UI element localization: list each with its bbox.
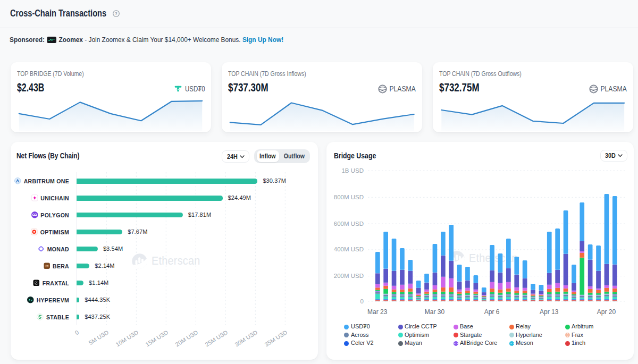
svg-text:?: ?	[115, 11, 117, 16]
